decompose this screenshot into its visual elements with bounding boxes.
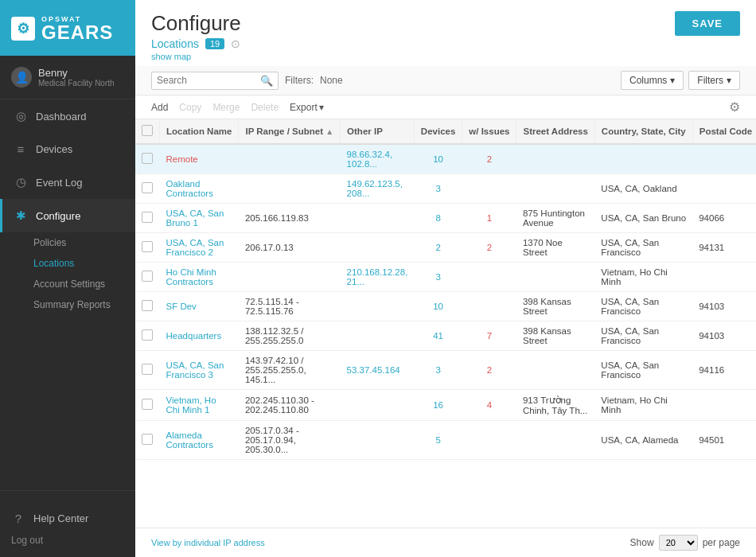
postal-code: 94103 — [692, 321, 756, 351]
sidebar-item-configure[interactable]: ✱ Configure — [0, 199, 135, 232]
col-postal-code[interactable]: Postal Code — [692, 119, 756, 144]
sidebar-item-label-dashboard: Dashboard — [36, 111, 87, 123]
row-checkbox — [135, 204, 160, 233]
col-location-name[interactable]: Location Name — [160, 119, 239, 144]
sidebar-item-devices[interactable]: ≡ Devices — [0, 133, 135, 166]
save-button[interactable]: SAVE — [675, 11, 740, 36]
ip-range: 205.17.0.34 - 205.17.0.94, 205.30.0... — [239, 421, 341, 460]
table-row: Oakland Contractors 149.62.123.5, 208...… — [135, 174, 756, 204]
sidebar-item-help-center[interactable]: ? Help Center — [11, 502, 124, 535]
devices-count: 3 — [414, 351, 462, 390]
ip-range: 72.5.115.14 - 72.5.115.76 — [239, 292, 341, 321]
sidebar-bottom: ? Help Center Log out — [0, 490, 135, 557]
other-ip: 149.62.123.5, 208... — [341, 174, 415, 204]
street-address — [516, 174, 594, 204]
page-title: Configure — [151, 11, 241, 36]
table-row: Alameda Contractors 205.17.0.34 - 205.17… — [135, 421, 756, 460]
devices-count: 10 — [414, 144, 462, 174]
postal-code: 94116 — [692, 351, 756, 390]
submenu-locations[interactable]: Locations — [33, 253, 135, 274]
table-row: USA, CA, San Francisco 3 143.97.42.10 / … — [135, 351, 756, 390]
col-issues[interactable]: w/ Issues — [462, 119, 516, 144]
col-country-state-city[interactable]: Country, State, City — [594, 119, 692, 144]
columns-label: Columns — [629, 75, 667, 86]
table-row: Headquarters 138.112.32.5 / 255.255.255.… — [135, 321, 756, 351]
col-devices[interactable]: Devices — [414, 119, 462, 144]
devices-count: 8 — [414, 204, 462, 233]
location-name: SF Dev — [160, 292, 239, 321]
table-body: Remote 98.66.32.4, 102.8... 10 2 Oakland… — [135, 144, 756, 460]
country-state-city: USA, CA, San Francisco — [594, 321, 692, 351]
table-row: USA, CA, San Francisco 2 206.17.0.13 2 2… — [135, 233, 756, 263]
postal-code — [692, 174, 756, 204]
postal-code: 94131 — [692, 233, 756, 263]
devices-count: 3 — [414, 263, 462, 292]
country-state-city — [594, 144, 692, 174]
table-row: SF Dev 72.5.115.14 - 72.5.115.76 10 398 … — [135, 292, 756, 321]
location-name: Oakland Contractors — [160, 174, 239, 204]
copy-button[interactable]: Copy — [179, 100, 201, 115]
location-name: Vietnam, Ho Chi Minh 1 — [160, 390, 239, 421]
export-button[interactable]: Export ▾ — [290, 102, 324, 113]
col-checkbox — [135, 119, 160, 144]
delete-button[interactable]: Delete — [251, 100, 279, 115]
devices-count: 5 — [414, 421, 462, 460]
col-other-ip[interactable]: Other IP — [341, 119, 415, 144]
country-state-city: USA, CA, San Bruno — [594, 204, 692, 233]
submenu-policies[interactable]: Policies — [33, 232, 135, 253]
country-state-city: USA, CA, San Francisco — [594, 351, 692, 390]
col-ip-range[interactable]: IP Range / Subnet ▲ — [239, 119, 341, 144]
show-map-link[interactable]: show map — [135, 52, 756, 66]
issues-count — [462, 421, 516, 460]
devices-count: 16 — [414, 390, 462, 421]
logout-button[interactable]: Log out — [11, 535, 124, 546]
show-label: Show — [630, 537, 654, 548]
sidebar-item-event-log[interactable]: ◷ Event Log — [0, 166, 135, 199]
submenu-summary-reports[interactable]: Summary Reports — [33, 294, 135, 315]
row-checkbox — [135, 390, 160, 421]
table-header-row: Location Name IP Range / Subnet ▲ Other … — [135, 119, 756, 144]
sidebar-item-label-help: Help Center — [33, 512, 88, 524]
row-checkbox — [135, 292, 160, 321]
street-address: 875 Huntington Avenue — [516, 204, 594, 233]
sidebar-item-dashboard[interactable]: ◎ Dashboard — [0, 99, 135, 133]
user-info: Benny Medical Facility North — [38, 67, 115, 88]
user-section: 👤 Benny Medical Facility North — [0, 56, 135, 99]
per-page-section: Show 20 10 50 100 per page — [630, 535, 740, 551]
submenu-account-settings[interactable]: Account Settings — [33, 274, 135, 294]
search-input[interactable] — [157, 75, 260, 86]
devices-count: 41 — [414, 321, 462, 351]
table-row: Vietnam, Ho Chi Minh 1 202.245.110.30 - … — [135, 390, 756, 421]
toolbar-left: 🔍 Filters: None — [151, 72, 343, 90]
other-ip — [341, 292, 415, 321]
devices-count: 3 — [414, 174, 462, 204]
other-ip — [341, 321, 415, 351]
ip-range — [239, 174, 341, 204]
locations-count: 19 — [205, 38, 224, 49]
columns-button[interactable]: Columns ▾ — [621, 71, 684, 90]
filters-btn-label: Filters — [697, 75, 723, 86]
sidebar-nav: ◎ Dashboard ≡ Devices ◷ Event Log ✱ Conf… — [0, 99, 135, 490]
street-address: 1370 Noe Street — [516, 233, 594, 263]
postal-code: 94501 — [692, 421, 756, 460]
export-chevron-icon: ▾ — [319, 102, 324, 113]
other-ip: 53.37.45.164 — [341, 351, 415, 390]
street-address: 398 Kansas Street — [516, 292, 594, 321]
view-individual-ip-link[interactable]: View by individual IP address — [151, 538, 265, 547]
header-checkbox[interactable] — [142, 125, 153, 136]
col-street-address[interactable]: Street Address — [516, 119, 594, 144]
per-page-select[interactable]: 20 10 50 100 — [659, 535, 698, 551]
ip-range — [239, 144, 341, 174]
filters-button[interactable]: Filters ▾ — [688, 71, 740, 90]
ip-range: 138.112.32.5 / 255.255.255.0 — [239, 321, 341, 351]
logo-area: ⚙ OPSWAT GEARS — [0, 0, 135, 56]
street-address: 398 Kansas Street — [516, 321, 594, 351]
issues-count: 1 — [462, 204, 516, 233]
dashboard-icon: ◎ — [14, 109, 28, 123]
issues-count — [462, 263, 516, 292]
add-button[interactable]: Add — [151, 100, 168, 115]
merge-button[interactable]: Merge — [212, 100, 240, 115]
issues-count: 4 — [462, 390, 516, 421]
gear-button[interactable]: ⚙ — [729, 99, 740, 115]
country-state-city: USA, CA, Alameda — [594, 421, 692, 460]
